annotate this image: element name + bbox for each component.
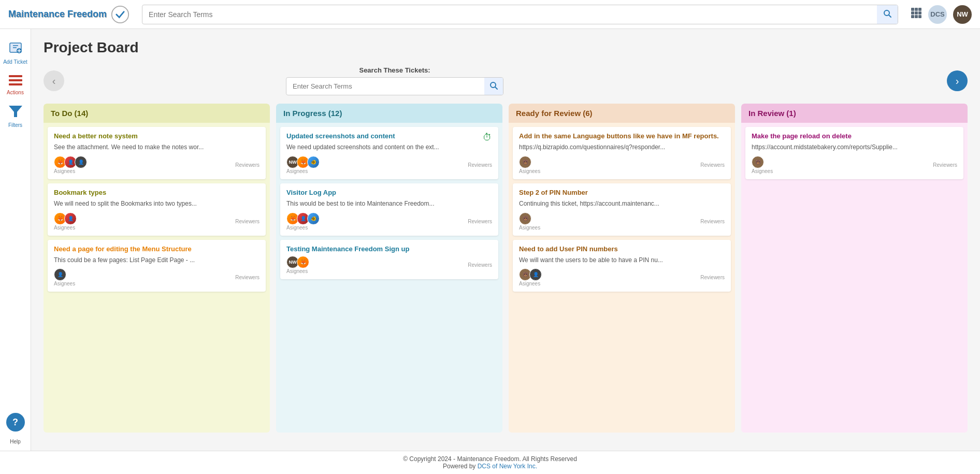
nav-arrow-right[interactable]: › bbox=[947, 70, 968, 91]
assignees-label: Asignees bbox=[286, 225, 308, 231]
card-footer: 🦊👤👤AsigneesReviewers bbox=[54, 156, 260, 174]
footer: © Copyright 2024 - Maintenance Freedom. … bbox=[0, 451, 980, 474]
avatar-dcs[interactable]: DCS bbox=[928, 5, 947, 24]
reviewers-label: Reviewers bbox=[468, 262, 492, 268]
logo-text: Maintenance Freedom bbox=[8, 9, 107, 20]
svg-rect-10 bbox=[915, 15, 918, 18]
card-assignee-avatars: NW🦊🐠 bbox=[286, 156, 318, 168]
kanban-card[interactable]: Make the page reload on deletehttps://ac… bbox=[745, 127, 963, 179]
card-footer: 🐻👤AsigneesReviewers bbox=[519, 268, 725, 286]
kanban-col-todo: To Do (14)Need a better note systemSee t… bbox=[44, 104, 270, 433]
svg-rect-4 bbox=[915, 8, 918, 11]
search-tickets-button[interactable] bbox=[484, 78, 503, 95]
svg-point-0 bbox=[112, 6, 128, 22]
avatar: 👤 bbox=[64, 212, 77, 225]
kanban-board: To Do (14)Need a better note systemSee t… bbox=[44, 104, 968, 433]
card-assignee-avatars: 🐻👤 bbox=[519, 268, 540, 281]
kanban-card[interactable]: Visitor Log AppThis would be best to tie… bbox=[280, 183, 498, 236]
reviewers-label: Reviewers bbox=[700, 275, 725, 280]
avatar-nw[interactable]: NW bbox=[953, 5, 972, 24]
reviewers-label: Reviewers bbox=[933, 162, 957, 168]
col-body-todo: Need a better note systemSee the attachm… bbox=[44, 123, 270, 433]
footer-powered: Powered by DCS of New York Inc. bbox=[4, 463, 976, 470]
card-title: Need to add User PIN numbers bbox=[519, 245, 618, 253]
card-title: Make the page reload on delete bbox=[752, 132, 852, 140]
card-assignee-avatars: 🐻 bbox=[519, 156, 529, 168]
add-ticket-icon bbox=[8, 40, 23, 58]
svg-line-23 bbox=[495, 87, 497, 89]
search-tickets-row: ‹ Search These Tickets: › bbox=[44, 66, 968, 95]
top-search-input[interactable] bbox=[142, 6, 877, 23]
kanban-card[interactable]: Need a page for editing the Menu Structu… bbox=[48, 240, 266, 292]
kanban-card[interactable]: Updated screenshots and content⏱We need … bbox=[280, 127, 498, 179]
timer-icon: ⏱ bbox=[483, 132, 492, 143]
avatar: 🐠 bbox=[307, 212, 320, 225]
kanban-col-readyreview: Ready for Review (6)Add in the same Lang… bbox=[509, 104, 735, 433]
card-footer: NW🦊AsigneesReviewers bbox=[286, 256, 492, 274]
kanban-card[interactable]: Step 2 of PIN NumberContinuing this tick… bbox=[513, 183, 731, 236]
svg-rect-8 bbox=[918, 11, 921, 15]
card-body: We need updated screenshots and content … bbox=[286, 143, 492, 152]
help-button[interactable]: ? bbox=[6, 413, 25, 432]
grid-icon-button[interactable] bbox=[911, 7, 922, 21]
reviewers-label: Reviewers bbox=[468, 219, 492, 224]
top-search-button[interactable] bbox=[877, 5, 898, 24]
svg-marker-21 bbox=[9, 106, 22, 117]
sidebar-item-filters[interactable]: Filters bbox=[0, 100, 31, 133]
card-assignee-avatars: 🦊👤👤 bbox=[54, 156, 85, 168]
card-title: Add in the same Language buttons like we… bbox=[519, 132, 719, 140]
card-footer: NW🦊🐠AsigneesReviewers bbox=[286, 156, 492, 174]
sidebar-item-add-ticket[interactable]: Add Ticket bbox=[0, 35, 31, 70]
col-header-readyreview: Ready for Review (6) bbox=[509, 104, 735, 123]
kanban-card[interactable]: Need to add User PIN numbersWe will want… bbox=[513, 240, 731, 292]
reviewers-label: Reviewers bbox=[235, 275, 260, 280]
card-footer: 🐻AsigneesReviewers bbox=[519, 156, 725, 174]
card-title: Updated screenshots and content bbox=[286, 132, 395, 140]
kanban-card[interactable]: Need a better note systemSee the attachm… bbox=[48, 127, 266, 179]
card-body: This would be best to tie into Maintenan… bbox=[286, 199, 492, 208]
kanban-card[interactable]: Testing Maintenance Freedom Sign upNW🦊As… bbox=[280, 240, 498, 279]
kanban-card[interactable]: Add in the same Language buttons like we… bbox=[513, 127, 731, 179]
card-assignee-avatars: 👤 bbox=[54, 268, 64, 281]
search-center: Search These Tickets: bbox=[286, 66, 503, 95]
kanban-card[interactable]: Bookmark typesWe will need to split the … bbox=[48, 183, 266, 236]
main-content: Project Board ‹ Search These Tickets: › … bbox=[31, 29, 980, 451]
avatar: 👤 bbox=[75, 156, 87, 168]
card-footer: 🐻AsigneesReviewers bbox=[519, 212, 725, 231]
top-search-bar[interactable] bbox=[142, 5, 898, 24]
svg-rect-18 bbox=[9, 75, 22, 77]
svg-line-2 bbox=[889, 15, 891, 17]
card-footer: 👤AsigneesReviewers bbox=[54, 268, 260, 286]
col-body-readyreview: Add in the same Language buttons like we… bbox=[509, 123, 735, 433]
search-tickets-bar[interactable] bbox=[286, 77, 503, 95]
card-body: This could be a few pages: List Page Edi… bbox=[54, 256, 260, 265]
card-body: https://q.bizrapido.com/questionnaires/q… bbox=[519, 143, 725, 152]
card-body: See the attachment. We need to make the … bbox=[54, 143, 260, 152]
card-title: Step 2 of PIN Number bbox=[519, 189, 588, 196]
assignees-label: Asignees bbox=[54, 225, 75, 231]
reviewers-label: Reviewers bbox=[468, 162, 492, 168]
svg-rect-7 bbox=[915, 11, 918, 15]
card-assignee-avatars: 🦊👤 bbox=[54, 212, 75, 225]
svg-rect-11 bbox=[918, 15, 921, 18]
sidebar-item-actions[interactable]: Actions bbox=[0, 70, 31, 100]
sidebar: Add Ticket Actions Filters ? Help bbox=[0, 29, 31, 451]
kanban-col-inprogress: In Progress (12)Updated screenshots and … bbox=[276, 104, 502, 433]
svg-rect-3 bbox=[911, 8, 914, 11]
card-body: We will need to split the Bookmarks into… bbox=[54, 199, 260, 208]
assignees-label: Asignees bbox=[519, 225, 540, 231]
search-tickets-input[interactable] bbox=[286, 79, 484, 94]
search-tickets-label: Search These Tickets: bbox=[359, 66, 430, 74]
nav-arrow-left[interactable]: ‹ bbox=[44, 70, 64, 91]
reviewers-label: Reviewers bbox=[700, 219, 725, 224]
col-header-inprogress: In Progress (12) bbox=[276, 104, 502, 123]
col-body-inreview: Make the page reload on deletehttps://ac… bbox=[741, 123, 968, 433]
assignees-label: Asignees bbox=[54, 281, 75, 286]
col-header-todo: To Do (14) bbox=[44, 104, 270, 123]
card-footer: 🦊👤🐠AsigneesReviewers bbox=[286, 212, 492, 231]
reviewers-label: Reviewers bbox=[700, 162, 725, 168]
footer-link[interactable]: DCS of New York Inc. bbox=[478, 463, 537, 470]
avatar: 🐻 bbox=[752, 156, 764, 168]
sidebar-actions-label: Actions bbox=[7, 90, 24, 95]
col-header-inreview: In Review (1) bbox=[741, 104, 968, 123]
